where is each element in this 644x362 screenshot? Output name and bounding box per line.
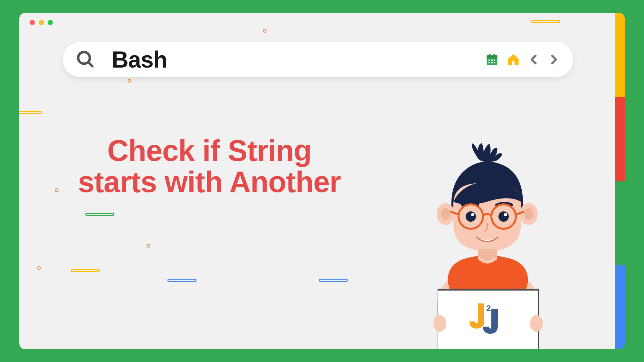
window-controls: [30, 20, 53, 25]
deco-pill: [531, 20, 560, 23]
browser-window: Bash: [19, 13, 625, 349]
person-illustration: 2: [412, 143, 567, 349]
svg-text:2: 2: [486, 303, 491, 313]
svg-rect-4: [489, 54, 491, 57]
close-dot[interactable]: [30, 20, 35, 25]
svg-point-27: [433, 315, 446, 332]
svg-rect-3: [487, 55, 497, 58]
svg-point-23: [504, 213, 507, 216]
svg-rect-26: [438, 289, 538, 291]
deco-dot: [147, 244, 150, 248]
deco-pill: [319, 279, 348, 282]
svg-point-28: [530, 315, 543, 332]
page-title: Check if String starts with Another: [77, 135, 341, 197]
svg-rect-6: [488, 60, 490, 61]
side-color-tabs: [615, 13, 625, 349]
calendar-icon[interactable]: [485, 52, 499, 67]
svg-rect-7: [491, 60, 493, 61]
svg-rect-5: [494, 54, 495, 57]
svg-point-14: [441, 208, 450, 220]
search-icon: [76, 50, 96, 70]
search-query: Bash: [112, 46, 485, 73]
deco-dot: [128, 79, 131, 83]
svg-line-1: [88, 62, 92, 66]
side-tab-red: [615, 97, 625, 181]
svg-point-20: [466, 211, 476, 222]
side-tab-yellow: [615, 13, 625, 97]
svg-rect-11: [494, 62, 496, 63]
deco-dot: [55, 188, 59, 192]
deco-dot: [37, 266, 41, 270]
deco-pill: [85, 213, 114, 216]
svg-point-15: [524, 208, 533, 220]
chevron-left-icon[interactable]: [527, 52, 540, 67]
svg-point-22: [471, 213, 474, 216]
svg-rect-9: [488, 62, 490, 63]
svg-rect-8: [494, 60, 496, 61]
deco-pill: [19, 111, 42, 114]
minimize-dot[interactable]: [39, 20, 44, 25]
deco-pill: [71, 269, 100, 272]
search-bar[interactable]: Bash: [63, 42, 573, 77]
maximize-dot[interactable]: [48, 20, 53, 25]
svg-point-21: [498, 211, 509, 222]
toolbar-icons: [485, 52, 560, 67]
deco-pill: [167, 279, 196, 282]
svg-rect-25: [438, 290, 538, 349]
side-tab-blue: [615, 265, 625, 349]
chevron-right-icon[interactable]: [547, 52, 560, 67]
deco-dot: [263, 29, 267, 33]
home-icon[interactable]: [506, 52, 520, 67]
side-tab-green: [615, 181, 625, 265]
svg-rect-10: [491, 62, 493, 63]
